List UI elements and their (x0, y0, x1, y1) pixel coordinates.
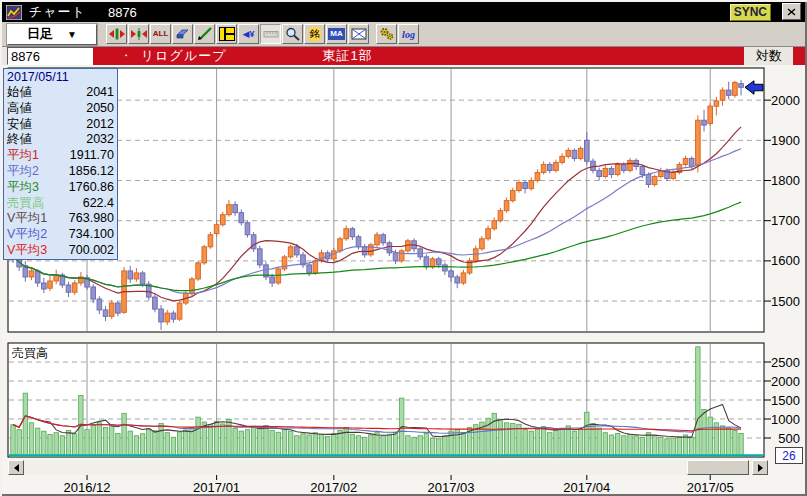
volume-axis-label: 2500 (771, 355, 800, 370)
pane-layout-icon (219, 27, 235, 41)
visible-count-box: 26 (775, 447, 803, 464)
info-row-value: 622.4 (83, 196, 114, 212)
window-title: チャート (29, 3, 86, 21)
stock-search-kanji-icon: 銘 (309, 27, 321, 41)
pane-layout-button[interactable] (216, 24, 237, 44)
price-axis-label: 2000 (771, 93, 800, 108)
settings-button[interactable] (376, 24, 397, 44)
x-axis-label: 2017/02 (310, 480, 357, 495)
info-row-label: 終値 (7, 132, 32, 148)
yen-icon: ◀¥ (243, 30, 255, 39)
quote-rows: 始値2041高値2050安値2012終値2032平均11911.70平均2185… (4, 85, 117, 259)
info-row-value: 2050 (86, 101, 114, 117)
info-row: 平均11911.70 (4, 148, 117, 164)
toolbar: 日足 ▼ ALL (2, 22, 805, 47)
x-axis-label: 2017/04 (563, 480, 610, 495)
x-axis: 2016/122017/012017/022017/032017/042017/… (64, 475, 734, 495)
pencil-icon (197, 27, 213, 41)
info-row-label: V平均1 (7, 211, 47, 227)
info-row-value: 1911.70 (70, 148, 114, 164)
chart-canvas[interactable]: 2000190018001700160015002500200015001000… (0, 0, 807, 496)
all-icon: ALL (153, 30, 169, 38)
price-axis-label: 1700 (771, 213, 800, 228)
info-row-label: 平均1 (7, 148, 39, 164)
trendline-button[interactable] (194, 24, 215, 44)
volume-pane-label: 売買高 (12, 345, 48, 362)
show-all-button[interactable]: ALL (150, 24, 171, 44)
close-button[interactable] (782, 3, 801, 20)
envelope-button[interactable] (348, 24, 369, 44)
info-row: 始値2041 (4, 85, 117, 101)
x-axis-label: 2016/12 (64, 480, 111, 495)
x-axis-label: 2017/01 (193, 480, 240, 495)
dropdown-arrow-icon: ▼ (67, 29, 77, 40)
quote-info-panel: 2017/05/11 始値2041高値2050安値2012終値2032平均119… (3, 68, 118, 260)
price-axis-label: 1900 (771, 133, 800, 148)
stock-bar: ・ リログループ 東証1部 対数 (2, 47, 805, 65)
bullet-icon: ・ (121, 49, 131, 63)
log-scale-toggle[interactable]: 対数 (746, 47, 792, 65)
moving-average-button[interactable]: MA (326, 24, 347, 44)
info-row: 売買高622.4 (4, 196, 117, 212)
chart-panes (8, 68, 764, 457)
info-row: 平均21856.12 (4, 164, 117, 180)
x-axis-label: 2017/03 (428, 480, 475, 495)
envelope-icon (351, 27, 367, 41)
info-row: V平均3700.002 (4, 243, 117, 259)
info-row-label: 安値 (7, 117, 32, 133)
info-row-label: 売買高 (7, 196, 45, 212)
volume-axis-label: 2000 (771, 374, 800, 389)
ma-icon: MA (328, 28, 344, 40)
period-dropdown[interactable]: 日足 ▼ (7, 24, 97, 45)
price-axis-label: 1500 (771, 294, 800, 309)
info-row: V平均2734.100 (4, 227, 117, 243)
gears-icon (379, 27, 395, 41)
expand-bars-button[interactable] (106, 24, 127, 44)
eraser-icon (175, 27, 191, 41)
sync-button[interactable]: SYNC (730, 4, 771, 21)
price-axis-label: 1800 (771, 173, 800, 188)
volume-axis-label: 500 (778, 431, 800, 446)
info-row-label: 平均2 (7, 164, 39, 180)
volume-axis-label: 1500 (771, 393, 800, 408)
info-row-value: 763.980 (69, 211, 114, 227)
info-row-label: V平均3 (7, 243, 47, 259)
period-label: 日足 (27, 25, 53, 43)
shrink-bars-button[interactable] (128, 24, 149, 44)
stock-name-bar: ・ リログループ 東証1部 (93, 47, 744, 65)
info-row-label: V平均2 (7, 227, 47, 243)
info-row: 終値2032 (4, 132, 117, 148)
info-row-value: 734.100 (69, 227, 114, 243)
ruler-icon (263, 27, 279, 41)
eraser-button[interactable] (172, 24, 193, 44)
log-icon: log (402, 29, 415, 40)
info-row-value: 1856.12 (69, 164, 114, 180)
info-row-value: 1760.86 (69, 180, 114, 196)
volume-axis-label: 1000 (771, 412, 800, 427)
stock-search-button[interactable]: 銘 (304, 24, 325, 44)
info-row: 安値2012 (4, 117, 117, 133)
red-bar-end (793, 47, 805, 65)
magnifier-icon (285, 27, 301, 41)
info-row-label: 始値 (7, 85, 32, 101)
info-row: 高値2050 (4, 101, 117, 117)
info-row-value: 2032 (86, 132, 114, 148)
chart-window: 2000190018001700160015002500200015001000… (0, 0, 807, 496)
x-axis-label: 2017/05 (687, 480, 734, 495)
stock-code-input[interactable] (7, 47, 97, 65)
stock-name: リログループ (141, 47, 227, 65)
y-axis: 2000190018001700160015002500200015001000… (764, 93, 800, 446)
info-row-label: 高値 (7, 101, 32, 117)
log-scale-button[interactable]: log (398, 24, 419, 44)
ruler-button[interactable] (260, 24, 281, 44)
window-title-code: 8876 (108, 5, 137, 20)
info-row: V平均1763.980 (4, 211, 117, 227)
zoom-button[interactable] (282, 24, 303, 44)
close-icon (787, 8, 796, 16)
info-row-value: 700.002 (69, 243, 114, 259)
info-row-value: 2041 (86, 85, 114, 101)
info-row-value: 2012 (86, 117, 114, 133)
app-chart-icon (6, 5, 22, 20)
expand-bars-icon (109, 27, 125, 41)
yen-scale-button[interactable]: ◀¥ (238, 24, 259, 44)
